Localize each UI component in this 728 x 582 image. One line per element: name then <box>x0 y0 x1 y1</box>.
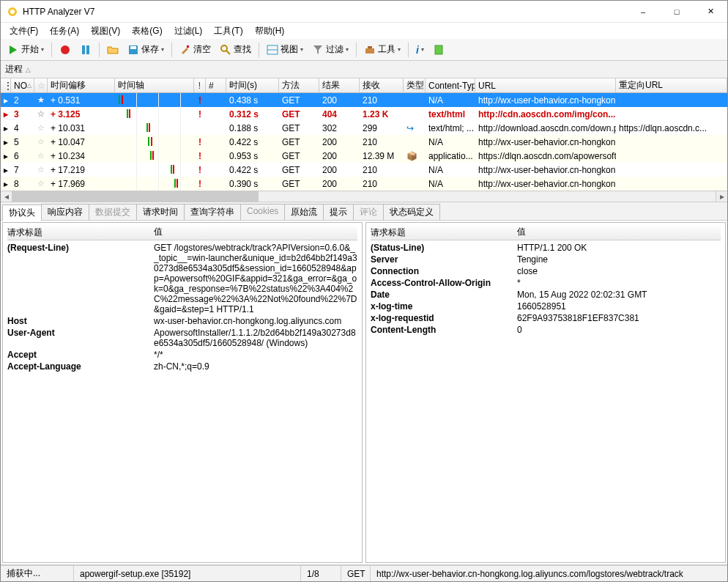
detail-tabs: 协议头 响应内容 数据提交 请求时间 查询字符串 Cookies 原始流 提示 … <box>1 202 727 221</box>
view-button[interactable]: 视图 ▾ <box>263 41 307 58</box>
header-key: Accept-Language <box>7 361 154 372</box>
minimize-button[interactable]: – <box>626 1 660 22</box>
header-val: HTTP/1.1 200 OK <box>517 243 721 253</box>
chevron-down-icon: ▾ <box>41 46 44 53</box>
header-val: zh-CN,*;q=0.9 <box>154 361 357 372</box>
find-button[interactable]: 查找 <box>216 41 255 58</box>
tab-query[interactable]: 查询字符串 <box>184 204 241 220</box>
pause-icon <box>80 44 92 56</box>
col-method[interactable]: 方法 <box>279 78 319 92</box>
svg-point-3 <box>61 45 70 54</box>
header-key: x-log-time <box>371 301 517 312</box>
close-button[interactable]: ✕ <box>694 1 727 22</box>
svg-rect-8 <box>187 45 189 48</box>
tab-timing[interactable]: 请求时间 <box>136 204 185 220</box>
scroll-left-icon[interactable]: ◂ <box>1 191 12 202</box>
header-val: wx-user-behavior.cn-hongkong.log.aliyunc… <box>154 316 357 326</box>
grid-body[interactable]: ▸2★+ 0.531!0.438 sGET200210N/Ahttp://wx-… <box>1 93 727 191</box>
col-timeline[interactable]: 时间轴 <box>115 78 194 92</box>
menu-task[interactable]: 任务(A) <box>44 23 85 39</box>
find-label: 查找 <box>234 43 251 56</box>
col-excl[interactable]: ! <box>194 78 206 92</box>
header-val: */* <box>154 350 357 360</box>
svg-line-10 <box>226 51 230 54</box>
table-row[interactable]: ▸3☆+ 3.125!0.312 sGET4041.23 Ktext/htmlh… <box>1 107 727 121</box>
col-receive[interactable]: 接收 <box>360 78 404 92</box>
table-row[interactable]: ▸6☆+ 10.234!0.953 sGET20012.39 M📦applica… <box>1 149 727 163</box>
svg-point-9 <box>221 45 227 51</box>
res-header-val-col: 值 <box>517 226 721 240</box>
tab-headers[interactable]: 协议头 <box>2 205 42 221</box>
tab-postdata[interactable]: 数据提交 <box>89 204 137 220</box>
col-marker[interactable]: ⋮ <box>1 78 11 92</box>
status-process: apowergif-setup.exe [35192] <box>74 566 301 581</box>
save-button[interactable]: 保存 ▾ <box>124 41 168 58</box>
table-row[interactable]: ▸8☆+ 17.969!0.390 sGET200210N/Ahttp://wx… <box>1 177 727 191</box>
grid-h-scrollbar[interactable]: ◂ ▸ <box>1 191 727 202</box>
table-row[interactable]: ▸5☆+ 10.047!0.422 sGET200210N/Ahttp://wx… <box>1 135 727 149</box>
process-filter-label[interactable]: 进程 <box>5 63 23 75</box>
book-icon <box>433 44 445 56</box>
col-duration[interactable]: 时间(s) <box>226 78 279 92</box>
search-icon <box>220 44 231 56</box>
col-ctype[interactable]: Content-Typ <box>426 78 475 92</box>
tab-raw[interactable]: 原始流 <box>284 204 324 220</box>
request-headers-pane[interactable]: 请求标题值 (Request-Line)GET /logstores/webtr… <box>2 222 363 563</box>
layout-icon <box>267 44 278 56</box>
pause-button[interactable] <box>76 42 95 58</box>
tab-hints[interactable]: 提示 <box>323 204 354 220</box>
filter-label: 过滤 <box>326 43 343 56</box>
tools-button[interactable]: 工具 ▾ <box>360 41 404 58</box>
info-button[interactable]: i▾ <box>412 42 428 58</box>
tab-status[interactable]: 状态码定义 <box>383 204 440 220</box>
svg-marker-2 <box>10 45 17 54</box>
col-offset[interactable]: 时间偏移 <box>48 78 115 92</box>
col-star[interactable]: ☆ <box>34 78 48 92</box>
tab-comments[interactable]: 评论 <box>353 204 384 220</box>
col-redirect[interactable]: 重定向URL <box>616 78 727 92</box>
menu-tools[interactable]: 工具(T) <box>208 23 248 39</box>
scroll-right-icon[interactable]: ▸ <box>716 191 727 202</box>
tab-content[interactable]: 响应内容 <box>41 204 89 220</box>
svg-point-1 <box>10 10 15 14</box>
tab-cookies[interactable]: Cookies <box>240 204 285 220</box>
maximize-button[interactable]: □ <box>660 1 694 22</box>
header-val: 0 <box>517 325 721 335</box>
header-key: Server <box>371 254 517 265</box>
col-type[interactable]: 类型 <box>404 78 426 92</box>
menu-view[interactable]: 视图(V) <box>85 23 126 39</box>
response-headers-pane[interactable]: 请求标题值 (Status-Line)HTTP/1.1 200 OKServer… <box>365 222 726 563</box>
svg-rect-15 <box>368 46 372 48</box>
col-hash[interactable]: # <box>206 78 226 92</box>
col-no[interactable]: NO △ <box>11 78 34 92</box>
start-button[interactable]: 开始 ▾ <box>4 41 48 58</box>
menu-help[interactable]: 帮助(H) <box>249 23 291 39</box>
help-button[interactable] <box>429 42 448 58</box>
table-row[interactable]: ▸2★+ 0.531!0.438 sGET200210N/Ahttp://wx-… <box>1 93 727 107</box>
col-url[interactable]: URL <box>475 78 616 92</box>
stop-button[interactable] <box>56 42 75 58</box>
col-result[interactable]: 结果 <box>319 78 360 92</box>
triangle-up-icon[interactable]: △ <box>26 66 31 73</box>
filter-button[interactable]: 过滤 ▾ <box>308 41 352 58</box>
header-key: Accept <box>7 350 154 360</box>
table-row[interactable]: ▸4☆+ 10.0310.188 sGET302299↪text/html; .… <box>1 121 727 135</box>
clear-button[interactable]: 清空 <box>176 41 215 58</box>
svg-rect-16 <box>435 45 442 54</box>
header-key: User-Agent <box>7 328 154 348</box>
header-key: Date <box>371 290 517 300</box>
table-row[interactable]: ▸7☆+ 17.219!0.422 sGET200210N/Ahttp://wx… <box>1 163 727 177</box>
menu-filter[interactable]: 过滤(L) <box>168 23 209 39</box>
play-icon <box>7 44 19 56</box>
menu-file[interactable]: 文件(F) <box>4 23 44 39</box>
open-button[interactable] <box>103 42 122 58</box>
start-label: 开始 <box>21 43 39 56</box>
clear-label: 清空 <box>193 43 211 56</box>
header-val: close <box>517 266 721 276</box>
request-grid: ⋮ NO △ ☆ 时间偏移 时间轴 ! # 时间(s) 方法 结果 接收 类型 … <box>1 78 727 202</box>
req-header-key-col: 请求标题 <box>7 226 154 240</box>
grid-header: ⋮ NO △ ☆ 时间偏移 时间轴 ! # 时间(s) 方法 结果 接收 类型 … <box>1 78 727 93</box>
titlebar: HTTP Analyzer V7 – □ ✕ <box>1 1 727 23</box>
header-key: (Status-Line) <box>371 243 517 253</box>
menu-grid[interactable]: 表格(G) <box>126 23 168 39</box>
